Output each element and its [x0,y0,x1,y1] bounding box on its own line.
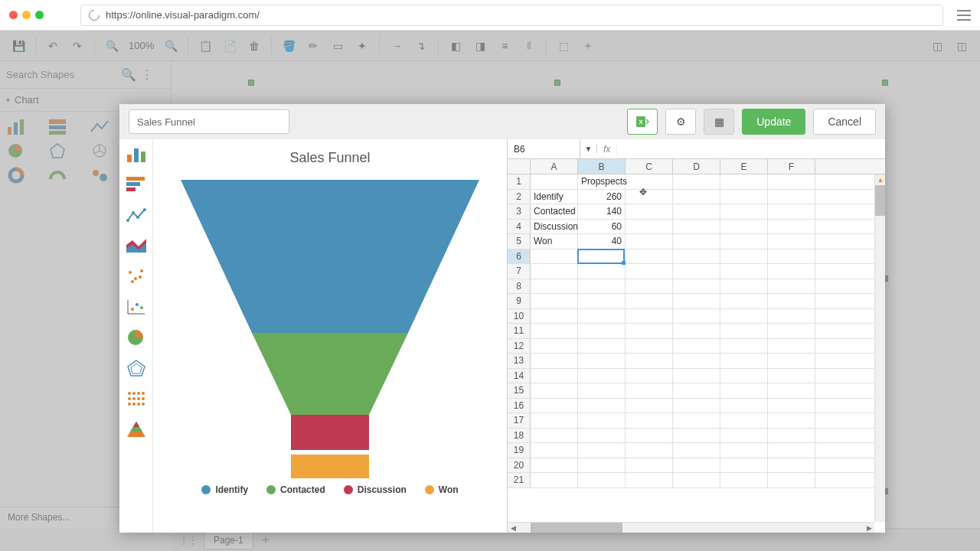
ct-pyramid-icon[interactable] [126,421,146,438]
row-header-6[interactable]: 6 [508,249,531,264]
cell-E12[interactable] [720,339,768,354]
update-button[interactable]: Update [742,109,805,135]
cell-D11[interactable] [673,324,720,338]
cell-E4[interactable] [720,220,768,234]
col-F[interactable]: F [768,159,815,174]
cell-B4[interactable]: 60 [578,220,626,234]
row-header-4[interactable]: 4 [508,220,531,234]
cell-D9[interactable] [673,294,720,308]
row-header-18[interactable]: 18 [508,429,531,443]
cell-A17[interactable] [531,413,578,428]
grid-view-button[interactable]: ▦ [704,109,734,135]
minimize-window[interactable] [22,11,31,19]
cell-B9[interactable] [578,294,626,308]
chart-name-input[interactable] [129,109,289,134]
cell-F15[interactable] [768,383,815,398]
cell-E21[interactable] [720,473,768,487]
cell-E5[interactable] [720,234,768,249]
cell-A13[interactable] [531,354,578,368]
cell-A12[interactable] [531,339,578,354]
row-header-21[interactable]: 21 [508,473,531,487]
cell-E10[interactable] [720,309,768,324]
cell-B12[interactable] [578,339,626,354]
cell-E3[interactable] [720,204,768,219]
cell-B1[interactable]: Propspects [578,174,626,189]
cell-E13[interactable] [720,354,768,368]
cell-D6[interactable] [673,249,720,264]
cell-D15[interactable] [673,383,720,398]
cancel-button[interactable]: Cancel [813,109,876,135]
row-header-15[interactable]: 15 [508,383,531,398]
cell-F5[interactable] [768,234,815,249]
cell-D1[interactable] [673,174,720,189]
cell-C7[interactable] [626,264,673,279]
cell-B3[interactable]: 140 [578,204,626,219]
cell-C1[interactable] [626,174,673,189]
cell-B16[interactable] [578,399,626,413]
cell-C4[interactable] [626,220,673,234]
cell-A21[interactable] [531,473,578,487]
cell-E11[interactable] [720,324,768,338]
cell-A14[interactable] [531,369,578,383]
grid[interactable]: A B C D E F 1Propspects2Identify2603Cont… [508,159,885,533]
cell-C17[interactable] [626,413,673,428]
row-header-11[interactable]: 11 [508,324,531,338]
cell-F18[interactable] [768,429,815,443]
ct-line-icon[interactable] [126,207,146,223]
cell-C11[interactable] [626,324,673,338]
cell-F1[interactable] [768,174,815,189]
close-window[interactable] [9,11,18,19]
cell-E19[interactable] [720,443,768,458]
cell-C6[interactable] [626,249,673,264]
cell-A16[interactable] [531,399,578,413]
cell-C5[interactable] [626,234,673,249]
cell-F4[interactable] [768,220,815,234]
cell-C20[interactable] [626,458,673,473]
url-bar[interactable]: https://online.visual-paradigm.com/ [80,5,943,26]
cell-D21[interactable] [673,473,720,487]
cell-B6[interactable] [578,249,626,264]
cell-C12[interactable] [626,339,673,354]
ct-pie-icon[interactable] [126,329,146,346]
cell-A11[interactable] [531,324,578,338]
cell-F16[interactable] [768,399,815,413]
row-header-5[interactable]: 5 [508,234,531,249]
cell-E18[interactable] [720,429,768,443]
col-D[interactable]: D [673,159,720,174]
cell-D4[interactable] [673,220,720,234]
cell-B8[interactable] [578,279,626,294]
col-C[interactable]: C [626,159,673,174]
cell-E14[interactable] [720,369,768,383]
cell-A19[interactable] [531,443,578,458]
settings-button[interactable]: ⚙ [665,109,696,135]
cell-reference[interactable]: B6 [508,139,580,159]
cell-A10[interactable] [531,309,578,324]
cell-F7[interactable] [768,264,815,279]
row-header-17[interactable]: 17 [508,413,531,428]
cell-D14[interactable] [673,369,720,383]
cell-F9[interactable] [768,294,815,308]
cell-E8[interactable] [720,279,768,294]
row-header-16[interactable]: 16 [508,399,531,413]
vertical-scrollbar[interactable]: ▲ [874,174,885,522]
cell-E6[interactable] [720,249,768,264]
cell-B17[interactable] [578,413,626,428]
cell-F19[interactable] [768,443,815,458]
row-header-14[interactable]: 14 [508,369,531,383]
cell-B21[interactable] [578,473,626,487]
cell-B5[interactable]: 40 [578,234,626,249]
cell-C18[interactable] [626,429,673,443]
ct-dotmatrix-icon[interactable] [126,390,146,407]
ct-bar-icon[interactable] [126,145,146,162]
cell-C8[interactable] [626,279,673,294]
cell-A7[interactable] [531,264,578,279]
cell-B14[interactable] [578,369,626,383]
cell-D8[interactable] [673,279,720,294]
cell-B7[interactable] [578,264,626,279]
cell-C14[interactable] [626,369,673,383]
cell-C3[interactable] [626,204,673,219]
cell-A18[interactable] [531,429,578,443]
cell-D2[interactable] [673,190,720,204]
ct-area-icon[interactable] [126,237,146,254]
cell-D13[interactable] [673,354,720,368]
